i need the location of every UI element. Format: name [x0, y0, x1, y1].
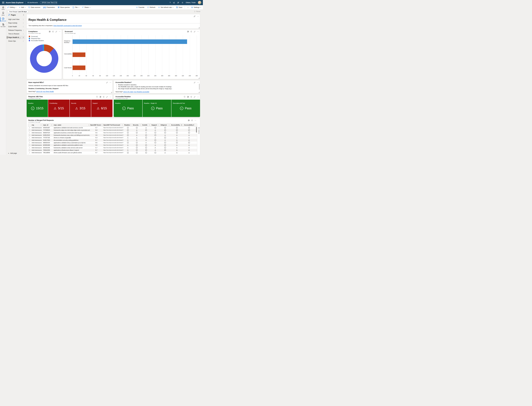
page-item[interactable]: Repo Activity ⋮ [6, 21, 25, 25]
column-menu-icon[interactable]: ≡ [158, 124, 159, 126]
expand-row-icon[interactable] [30, 137, 30, 138]
nav-query[interactable]: Query [0, 11, 6, 16]
info-icon[interactable]: ⓘ [184, 96, 185, 98]
edit-icon[interactable] [194, 15, 195, 17]
resize-handle[interactable] [111, 92, 112, 93]
column-menu-icon[interactable]: ≡ [122, 124, 123, 126]
expand-row-icon[interactable] [30, 132, 30, 133]
kebab-menu-icon[interactable]: ⋮ [22, 22, 24, 24]
kebab-menu-icon[interactable]: ⋮ [22, 18, 24, 20]
edit-icon[interactable] [106, 96, 108, 98]
view-data-icon[interactable] [188, 120, 189, 121]
status-tile[interactable]: Support ⚠ 6/15 [91, 100, 112, 117]
scrollbar[interactable] [196, 127, 197, 133]
expand-row-icon[interactable] [30, 129, 30, 131]
gear-icon[interactable] [181, 2, 183, 4]
columns-tab[interactable]: Columns [198, 127, 200, 134]
kebab-menu-icon[interactable]: ⋮ [22, 36, 24, 38]
expand-row-icon[interactable] [30, 139, 30, 141]
status-tile[interactable]: Contributing ⚠ 5/15 [48, 100, 69, 117]
table-row[interactable]: intel-innersource 765542295 applications… [28, 149, 197, 152]
column-header-openssf-score[interactable]: OpenSSF Score≡ [90, 123, 103, 126]
kebab-menu-icon[interactable]: ⋮ [22, 40, 24, 42]
resize-handle[interactable] [199, 27, 200, 28]
page-item[interactable]: Time to Restore ⋮ [6, 32, 25, 36]
table-row[interactable]: intel-innersource 820905489 applications… [28, 144, 197, 146]
scorecard-url-cell[interactable]: https://securityscorecards.dev/viewer/? [103, 127, 124, 128]
status-tile[interactable]: Security ⚠ 3/15 [70, 100, 91, 117]
dashboard-title-input[interactable]: SPOG User Test 2 Dashb [40, 1, 57, 4]
user-name[interactable]: Oldani, Tristin [186, 2, 196, 3]
parameters-button[interactable]: [@] Parameters [43, 7, 55, 8]
view-data-icon[interactable] [187, 96, 189, 98]
table-row[interactable]: intel-innersource 516517003 documentatio… [28, 139, 197, 141]
bar-code-review[interactable] [73, 65, 85, 70]
column-menu-icon[interactable]: ≡ [51, 124, 52, 126]
expand-row-icon[interactable] [30, 144, 30, 146]
scorecard-url-cell[interactable]: https://securityscorecards.dev/viewer/? [103, 150, 124, 151]
column-header-accessibility-1[interactable]: Accessibility - 1≡ [170, 123, 183, 126]
expand-row-icon[interactable] [30, 149, 30, 151]
expand-row-icon[interactable] [30, 152, 30, 153]
scorecard-url-cell[interactable]: https://securityscorecards.dev/viewer/? [103, 139, 124, 141]
refresh-icon[interactable] [52, 31, 54, 32]
refresh-icon[interactable] [190, 96, 192, 98]
add-button[interactable]: + Add [19, 6, 25, 8]
collapse-pages-icon[interactable] [23, 14, 25, 16]
fix-readme-accessible-link[interactable]: click to fix make your Readme accessible [123, 91, 149, 93]
column-header-openssf-full-scorecard[interactable]: OpenSSF Full Scorecard≡ [103, 123, 124, 126]
resize-handle[interactable] [199, 92, 200, 93]
column-menu-icon[interactable]: ≡ [140, 124, 141, 126]
fix-repo-health-link[interactable]: click to fix your Repo Health [36, 91, 54, 92]
info-icon[interactable]: ⓘ [96, 96, 98, 98]
favorite-button[interactable]: Favorite [136, 7, 144, 8]
more-options-icon[interactable]: ⋯ [110, 96, 111, 98]
more-options-icon[interactable]: ⋯ [197, 96, 199, 98]
more-options-icon[interactable]: ⋯ [59, 31, 60, 32]
more-options-icon[interactable]: ⋯ [197, 81, 199, 83]
breadcrumb-all-dashboards[interactable]: All dashboards [27, 2, 38, 3]
column-menu-icon[interactable]: ≡ [149, 124, 150, 126]
column-header-support[interactable]: Support≡ [151, 123, 160, 126]
view-data-icon[interactable] [99, 96, 101, 98]
more-options-icon[interactable]: ⋯ [195, 119, 196, 121]
table-row[interactable]: intel-innersource 639291587 applications… [28, 126, 197, 129]
column-header-accessibility-2[interactable]: Accessibility 2≡ [183, 123, 195, 126]
edit-icon[interactable] [106, 82, 108, 83]
editing-button[interactable]: Editing [7, 7, 16, 8]
column-header-readme[interactable]: Readme≡ [124, 123, 132, 126]
expand-row-icon[interactable] [30, 134, 30, 136]
reset-button[interactable]: Reset [194, 11, 200, 12]
avatar[interactable] [198, 1, 201, 4]
status-tile[interactable]: Readme ✓ 15/15 [27, 100, 48, 117]
column-menu-icon[interactable]: ≡ [169, 124, 170, 126]
page-item[interactable]: High Level View ⋮ [6, 18, 25, 21]
column-header-gitignore[interactable]: Gitignore≡ [160, 123, 170, 126]
table-row[interactable]: intel-innersource 785138069 drivers.audi… [28, 152, 197, 154]
table-row[interactable]: intel-innersource 566067624 applications… [28, 131, 197, 134]
refresh-icon[interactable] [191, 120, 193, 121]
page-item[interactable]: Repo Health & ... ⋮ [6, 36, 25, 39]
edit-icon[interactable] [55, 31, 57, 32]
openssf-report-link[interactable]: Visit OpenSSF scorecard to view full rep… [53, 25, 82, 26]
hamburger-menu-icon[interactable] [2, 2, 4, 3]
scorecard-url-cell[interactable]: https://securityscorecards.dev/viewer/? [103, 135, 124, 136]
column-header-contrib[interactable]: Contrib≡ [142, 123, 151, 126]
column-header-security[interactable]: Security≡ [132, 123, 142, 126]
expand-row-icon[interactable] [30, 142, 30, 144]
expand-row-icon[interactable] [30, 127, 30, 128]
column-menu-icon[interactable]: ≡ [89, 124, 89, 126]
column-menu-icon[interactable]: ≡ [131, 124, 131, 126]
save-button[interactable]: Save [176, 7, 182, 8]
status-tile[interactable]: Descriptive Alt Text ✓ Pass [172, 100, 200, 117]
view-data-icon[interactable] [49, 31, 51, 32]
resize-handle[interactable] [199, 78, 200, 79]
edit-icon[interactable] [194, 96, 195, 98]
base-queries-button[interactable]: Base queries [58, 7, 70, 8]
data-sources-button[interactable]: Data sources [28, 7, 40, 8]
kebab-menu-icon[interactable]: ⋮ [22, 29, 24, 31]
help-icon[interactable]: ? [170, 1, 171, 4]
refresh-button[interactable]: Refresh [147, 7, 155, 8]
page-item[interactable]: Green Ops ⋮ [6, 39, 25, 43]
more-options-icon[interactable]: ⋯ [110, 81, 111, 83]
